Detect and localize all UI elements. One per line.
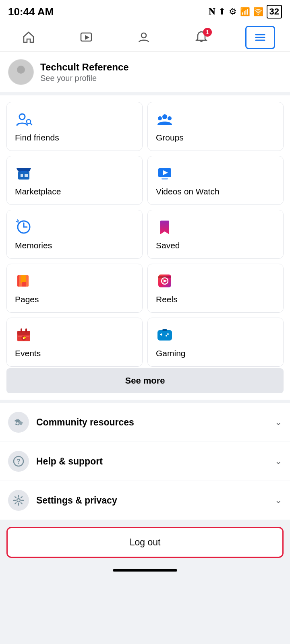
home-icon <box>21 30 36 45</box>
svg-rect-16 <box>21 174 23 177</box>
svg-text:★: ★ <box>23 336 27 340</box>
grid-item-saved[interactable]: Saved <box>147 210 284 259</box>
grid-container: Find friends Groups <box>6 102 284 367</box>
profile-nav-icon <box>137 30 151 45</box>
profile-name: Techcult Reference <box>40 62 129 73</box>
grid-item-videos-on-watch[interactable]: Videos on Watch <box>147 156 284 205</box>
svg-point-2 <box>141 33 146 38</box>
wifi-icon: 🛜 <box>253 7 263 17</box>
nav-menu[interactable] <box>245 26 275 49</box>
grid-item-events[interactable]: ★ Events <box>6 318 143 367</box>
handshake-icon <box>8 412 29 433</box>
community-resources-item[interactable]: Community resources ⌄ <box>0 403 290 442</box>
videos-on-watch-label: Videos on Watch <box>156 187 275 196</box>
reels-label: Reels <box>156 295 275 304</box>
svg-rect-17 <box>25 174 28 177</box>
svg-point-6 <box>13 74 29 82</box>
chevron-down-icon: ⌄ <box>275 495 282 506</box>
home-bar <box>113 569 177 572</box>
status-bar: 10:44 AM 𝐍 ⬆ ⚙ 📶 🛜 32 <box>0 0 290 22</box>
events-icon: ★ <box>15 326 33 344</box>
svg-rect-40 <box>161 333 162 336</box>
svg-rect-29 <box>158 276 171 278</box>
svg-point-41 <box>167 333 169 335</box>
watch-icon <box>79 30 93 45</box>
profile-info: Techcult Reference See your profile <box>40 62 129 83</box>
find-friends-icon <box>15 110 33 128</box>
see-more-button[interactable]: See more <box>6 368 284 393</box>
pages-icon <box>15 272 33 290</box>
find-friends-label: Find friends <box>15 133 134 142</box>
svg-rect-33 <box>25 328 27 332</box>
logout-section: Log out <box>0 520 290 564</box>
nav-profile[interactable] <box>130 27 157 48</box>
saved-icon <box>156 218 174 236</box>
status-icons: 𝐍 ⬆ ⚙ 📶 🛜 32 <box>209 5 282 19</box>
reels-icon <box>156 272 174 290</box>
marketplace-icon <box>15 164 33 182</box>
svg-rect-43 <box>162 329 167 331</box>
community-resources-label: Community resources <box>36 417 275 428</box>
grid-item-pages[interactable]: Pages <box>6 264 143 313</box>
svg-marker-1 <box>85 35 89 40</box>
svg-point-11 <box>162 114 167 119</box>
help-support-item[interactable]: ? Help & support ⌄ <box>0 442 290 481</box>
videos-icon <box>156 164 174 182</box>
svg-point-46 <box>17 499 20 502</box>
notification-badge: 1 <box>203 28 212 37</box>
profile-header[interactable]: Techcult Reference See your profile <box>0 52 290 92</box>
svg-point-13 <box>168 116 172 120</box>
chevron-down-icon: ⌄ <box>275 417 282 427</box>
svg-point-8 <box>19 114 25 120</box>
settings-privacy-item[interactable]: Settings & privacy ⌄ <box>0 481 290 520</box>
grid-item-marketplace[interactable]: Marketplace <box>6 156 143 205</box>
svg-point-42 <box>166 335 167 336</box>
svg-rect-20 <box>162 178 168 180</box>
question-icon: ? <box>8 451 29 472</box>
gaming-icon <box>156 326 174 344</box>
grid-item-groups[interactable]: Groups <box>147 102 284 151</box>
svg-point-7 <box>17 66 25 74</box>
home-indicator <box>0 564 290 576</box>
profile-subtitle: See your profile <box>40 74 129 83</box>
memories-icon <box>15 218 33 236</box>
svg-text:?: ? <box>17 458 21 465</box>
gaming-label: Gaming <box>156 349 275 358</box>
navigation-bar: 1 <box>0 22 290 52</box>
svg-rect-38 <box>157 330 172 341</box>
nav-notifications[interactable]: 1 <box>188 27 215 48</box>
svg-line-10 <box>30 123 32 125</box>
avatar-icon <box>11 62 31 82</box>
grid-item-gaming[interactable]: Gaming <box>147 318 284 367</box>
events-label: Events <box>15 349 134 358</box>
memories-label: Memories <box>15 241 134 250</box>
upload-icon: ⬆ <box>218 6 226 17</box>
svg-rect-25 <box>22 282 26 287</box>
battery-indicator: 32 <box>267 5 282 19</box>
shortcuts-grid: Find friends Groups <box>0 95 290 400</box>
avatar <box>8 59 34 85</box>
grid-item-find-friends[interactable]: Find friends <box>6 102 143 151</box>
menu-icon <box>253 30 267 45</box>
nav-watch[interactable] <box>72 27 100 48</box>
nav-home[interactable] <box>15 27 42 48</box>
svg-rect-31 <box>17 331 30 335</box>
gear-icon <box>8 490 29 511</box>
status-time: 10:44 AM <box>8 6 54 18</box>
pages-label: Pages <box>15 295 134 304</box>
chevron-down-icon: ⌄ <box>275 456 282 466</box>
n-icon: 𝐍 <box>209 6 215 17</box>
accordion-section: Community resources ⌄ ? Help & support ⌄… <box>0 403 290 520</box>
logout-button[interactable]: Log out <box>6 527 284 558</box>
settings-privacy-label: Settings & privacy <box>36 495 275 506</box>
grid-item-memories[interactable]: Memories <box>6 210 143 259</box>
grid-item-reels[interactable]: Reels <box>147 264 284 313</box>
saved-label: Saved <box>156 241 275 250</box>
groups-label: Groups <box>156 133 275 142</box>
groups-icon <box>156 110 174 128</box>
signal-icon: 📶 <box>240 7 250 17</box>
settings-status-icon: ⚙ <box>229 6 237 17</box>
marketplace-label: Marketplace <box>15 187 134 196</box>
help-support-label: Help & support <box>36 456 275 467</box>
svg-rect-32 <box>21 328 22 332</box>
